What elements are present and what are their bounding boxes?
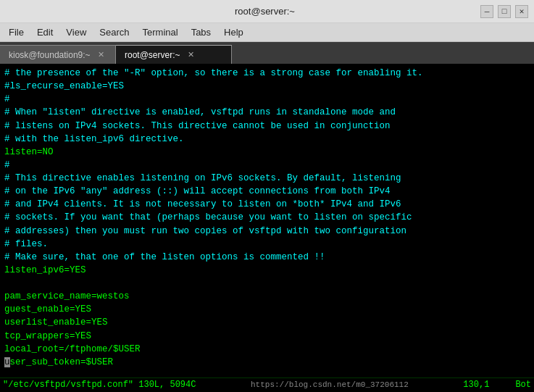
tab-root-label: root@server:~ xyxy=(125,50,180,60)
menu-file[interactable]: File xyxy=(3,25,30,39)
terminal-line-2: #ls_recurse_enable=YES xyxy=(4,80,530,93)
terminal-line-15: # Make sure, that one of the listen opti… xyxy=(4,251,530,264)
terminal-line-18: pam_service_name=westos xyxy=(4,290,530,303)
terminal-line-13: # addresses) then you must run two copie… xyxy=(4,225,530,238)
terminal-line-12: # sockets. If you want that (perhaps bec… xyxy=(4,211,530,224)
window-title: root@server:~ xyxy=(49,6,480,17)
terminal-line-6: # with the listen_ipv6 directive. xyxy=(4,133,530,146)
status-watermark: https://blog.csdn.net/m0_37206112 xyxy=(251,380,409,391)
window-controls: — □ ✕ xyxy=(480,5,528,18)
tab-root[interactable]: root@server:~ ✕ xyxy=(116,45,232,64)
terminal-line-14: # files. xyxy=(4,238,530,251)
minimize-button[interactable]: — xyxy=(480,5,493,18)
menu-view[interactable]: View xyxy=(60,25,92,39)
terminal-line-11: # and IPv4 clients. It is not necessary … xyxy=(4,198,530,211)
tab-kiosk-label: kiosk@foundation9:~ xyxy=(9,50,91,60)
terminal-line-5: # listens on IPv4 sockets. This directiv… xyxy=(4,120,530,133)
terminal-line-21: tcp_wrappers=YES xyxy=(4,330,530,343)
menu-terminal[interactable]: Terminal xyxy=(137,25,184,39)
menu-tabs[interactable]: Tabs xyxy=(185,25,217,39)
close-button[interactable]: ✕ xyxy=(515,5,528,18)
terminal-line-16: listen_ipv6=YES xyxy=(4,264,530,277)
tab-root-close[interactable]: ✕ xyxy=(188,50,194,59)
tab-kiosk[interactable]: kiosk@foundation9:~ ✕ xyxy=(0,45,116,64)
status-position: 130,1 Bot xyxy=(463,379,531,391)
cursor: u xyxy=(4,357,10,367)
terminal-line-19: guest_enable=YES xyxy=(4,303,530,316)
terminal-line-9: # This directive enables listening on IP… xyxy=(4,172,530,185)
terminal-line-8: # xyxy=(4,159,530,172)
menu-search[interactable]: Search xyxy=(93,25,135,39)
terminal-line-4: # When "listen" directive is enabled, vs… xyxy=(4,106,530,119)
terminal-line-23: user_sub_token=$USER xyxy=(4,356,530,369)
status-bar: "/etc/vsftpd/vsftpd.conf" 130L, 5094C ht… xyxy=(0,378,534,392)
menu-help[interactable]: Help xyxy=(218,25,249,39)
terminal-line-1: # the presence of the "-R" option, so th… xyxy=(4,67,530,80)
terminal-line-17 xyxy=(4,277,530,290)
status-file-info: "/etc/vsftpd/vsftpd.conf" 130L, 5094C xyxy=(3,379,196,391)
menu-edit[interactable]: Edit xyxy=(31,25,59,39)
terminal-line-22: local_root=/ftphome/$USER xyxy=(4,343,530,356)
tab-kiosk-close[interactable]: ✕ xyxy=(98,50,104,59)
terminal-line-10: # on the IPv6 "any" address (::) will ac… xyxy=(4,185,530,198)
terminal-line-3: # xyxy=(4,93,530,106)
maximize-button[interactable]: □ xyxy=(498,5,511,18)
terminal-line-7: listen=NO xyxy=(4,146,530,159)
tab-bar: kiosk@foundation9:~ ✕ root@server:~ ✕ xyxy=(0,42,534,64)
title-bar: root@server:~ — □ ✕ xyxy=(0,0,534,23)
menu-bar: File Edit View Search Terminal Tabs Help xyxy=(0,23,534,42)
terminal-content: # the presence of the "-R" option, so th… xyxy=(0,64,534,392)
terminal-line-20: userlist_enable=YES xyxy=(4,316,530,329)
